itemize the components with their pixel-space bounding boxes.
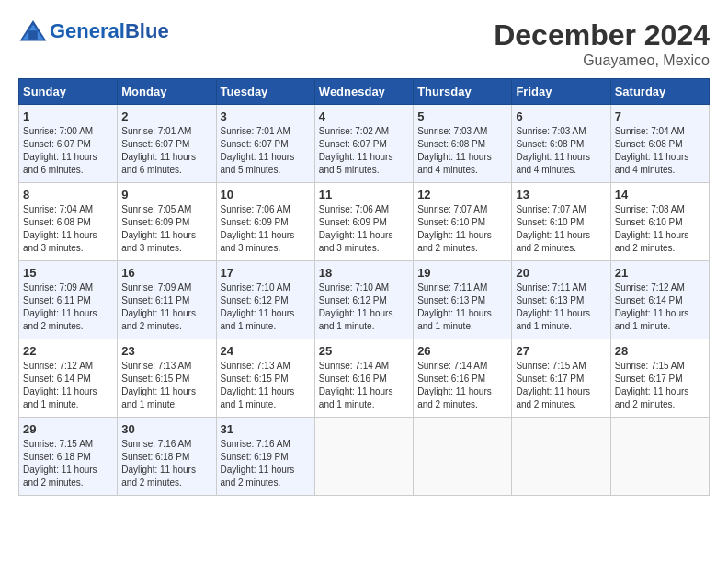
day-info: Sunrise: 7:14 AMSunset: 6:16 PMDaylight:…	[417, 360, 507, 411]
calendar-week-row: 8Sunrise: 7:04 AMSunset: 6:08 PMDaylight…	[19, 183, 710, 261]
day-info: Sunrise: 7:16 AMSunset: 6:19 PMDaylight:…	[221, 438, 311, 489]
day-info: Sunrise: 7:09 AMSunset: 6:11 PMDaylight:…	[121, 282, 211, 333]
calendar-cell	[610, 418, 709, 496]
svg-rect-2	[28, 30, 38, 40]
day-info: Sunrise: 7:07 AMSunset: 6:10 PMDaylight:…	[516, 203, 606, 255]
calendar-week-row: 29Sunrise: 7:15 AMSunset: 6:18 PMDayligh…	[19, 418, 710, 496]
day-number: 31	[221, 422, 311, 436]
day-info: Sunrise: 7:04 AMSunset: 6:08 PMDaylight:…	[615, 125, 705, 177]
calendar-cell: 7Sunrise: 7:04 AMSunset: 6:08 PMDaylight…	[610, 105, 709, 183]
calendar-cell	[512, 418, 610, 496]
calendar-cell: 24Sunrise: 7:13 AMSunset: 6:15 PMDayligh…	[216, 339, 314, 418]
calendar-header-row: Sunday Monday Tuesday Wednesday Thursday…	[19, 79, 710, 105]
day-number: 12	[417, 188, 507, 201]
calendar-cell: 25Sunrise: 7:14 AMSunset: 6:16 PMDayligh…	[314, 339, 413, 418]
day-number: 29	[23, 422, 113, 436]
calendar-cell: 6Sunrise: 7:03 AMSunset: 6:08 PMDaylight…	[512, 105, 610, 183]
calendar-cell: 28Sunrise: 7:15 AMSunset: 6:17 PMDayligh…	[610, 339, 709, 418]
day-number: 20	[516, 266, 606, 280]
day-info: Sunrise: 7:06 AMSunset: 6:09 PMDaylight:…	[221, 203, 311, 255]
day-info: Sunrise: 7:10 AMSunset: 6:12 PMDaylight:…	[221, 282, 311, 333]
logo-text: GeneralBlue	[50, 19, 169, 43]
day-info: Sunrise: 7:02 AMSunset: 6:07 PMDaylight:…	[319, 125, 409, 177]
calendar-week-row: 22Sunrise: 7:12 AMSunset: 6:14 PMDayligh…	[19, 339, 710, 418]
day-info: Sunrise: 7:11 AMSunset: 6:13 PMDaylight:…	[516, 282, 606, 333]
day-info: Sunrise: 7:14 AMSunset: 6:16 PMDaylight:…	[319, 360, 409, 411]
calendar-cell: 23Sunrise: 7:13 AMSunset: 6:15 PMDayligh…	[118, 339, 216, 418]
calendar-cell: 29Sunrise: 7:15 AMSunset: 6:18 PMDayligh…	[19, 418, 118, 496]
day-info: Sunrise: 7:11 AMSunset: 6:13 PMDaylight:…	[417, 282, 507, 333]
day-info: Sunrise: 7:08 AMSunset: 6:10 PMDaylight:…	[615, 203, 705, 255]
month-year: December 2024	[494, 18, 710, 52]
calendar-cell: 15Sunrise: 7:09 AMSunset: 6:11 PMDayligh…	[19, 261, 118, 339]
day-info: Sunrise: 7:12 AMSunset: 6:14 PMDaylight:…	[615, 282, 705, 333]
calendar-cell: 4Sunrise: 7:02 AMSunset: 6:07 PMDaylight…	[314, 105, 413, 183]
calendar-cell: 19Sunrise: 7:11 AMSunset: 6:13 PMDayligh…	[414, 261, 512, 339]
calendar-week-row: 15Sunrise: 7:09 AMSunset: 6:11 PMDayligh…	[19, 261, 710, 339]
calendar-cell: 5Sunrise: 7:03 AMSunset: 6:08 PMDaylight…	[414, 105, 512, 183]
day-info: Sunrise: 7:15 AMSunset: 6:18 PMDaylight:…	[23, 438, 113, 489]
calendar-cell: 10Sunrise: 7:06 AMSunset: 6:09 PMDayligh…	[216, 183, 314, 261]
day-number: 6	[516, 109, 606, 123]
day-number: 9	[121, 188, 211, 201]
day-info: Sunrise: 7:00 AMSunset: 6:07 PMDaylight:…	[23, 125, 113, 177]
day-info: Sunrise: 7:15 AMSunset: 6:17 PMDaylight:…	[516, 360, 606, 411]
calendar-cell: 9Sunrise: 7:05 AMSunset: 6:09 PMDaylight…	[118, 183, 216, 261]
day-number: 15	[23, 266, 113, 280]
day-info: Sunrise: 7:10 AMSunset: 6:12 PMDaylight:…	[319, 282, 409, 333]
calendar-cell: 16Sunrise: 7:09 AMSunset: 6:11 PMDayligh…	[118, 261, 216, 339]
page-header: GeneralBlue December 2024 Guayameo, Mexi…	[18, 18, 710, 69]
day-number: 7	[615, 109, 705, 123]
day-number: 18	[319, 266, 409, 280]
day-info: Sunrise: 7:12 AMSunset: 6:14 PMDaylight:…	[23, 360, 113, 411]
day-number: 26	[417, 344, 507, 358]
calendar-cell: 31Sunrise: 7:16 AMSunset: 6:19 PMDayligh…	[216, 418, 314, 496]
calendar-cell: 17Sunrise: 7:10 AMSunset: 6:12 PMDayligh…	[216, 261, 314, 339]
col-sunday: Sunday	[19, 79, 118, 105]
logo: GeneralBlue	[18, 18, 169, 44]
day-number: 16	[121, 266, 211, 280]
day-number: 4	[319, 109, 409, 123]
calendar-cell: 11Sunrise: 7:06 AMSunset: 6:09 PMDayligh…	[314, 183, 413, 261]
calendar-cell: 1Sunrise: 7:00 AMSunset: 6:07 PMDaylight…	[19, 105, 118, 183]
logo-icon	[18, 18, 48, 44]
calendar-cell: 14Sunrise: 7:08 AMSunset: 6:10 PMDayligh…	[610, 183, 709, 261]
day-number: 13	[516, 188, 606, 201]
calendar-cell	[414, 418, 512, 496]
day-info: Sunrise: 7:05 AMSunset: 6:09 PMDaylight:…	[121, 203, 211, 255]
day-number: 21	[615, 266, 705, 280]
calendar-cell	[314, 418, 413, 496]
calendar-cell: 3Sunrise: 7:01 AMSunset: 6:07 PMDaylight…	[216, 105, 314, 183]
calendar-cell: 2Sunrise: 7:01 AMSunset: 6:07 PMDaylight…	[118, 105, 216, 183]
day-number: 24	[221, 344, 311, 358]
calendar-cell: 26Sunrise: 7:14 AMSunset: 6:16 PMDayligh…	[414, 339, 512, 418]
calendar-cell: 27Sunrise: 7:15 AMSunset: 6:17 PMDayligh…	[512, 339, 610, 418]
calendar-cell: 12Sunrise: 7:07 AMSunset: 6:10 PMDayligh…	[414, 183, 512, 261]
day-number: 8	[23, 188, 113, 201]
day-info: Sunrise: 7:07 AMSunset: 6:10 PMDaylight:…	[417, 203, 507, 255]
day-number: 14	[615, 188, 705, 201]
day-number: 10	[221, 188, 311, 201]
day-info: Sunrise: 7:04 AMSunset: 6:08 PMDaylight:…	[23, 203, 113, 255]
col-thursday: Thursday	[414, 79, 512, 105]
day-number: 25	[319, 344, 409, 358]
day-number: 1	[23, 109, 113, 123]
day-number: 2	[121, 109, 211, 123]
day-number: 28	[615, 344, 705, 358]
calendar-cell: 8Sunrise: 7:04 AMSunset: 6:08 PMDaylight…	[19, 183, 118, 261]
day-info: Sunrise: 7:16 AMSunset: 6:18 PMDaylight:…	[121, 438, 211, 489]
col-wednesday: Wednesday	[314, 79, 413, 105]
day-info: Sunrise: 7:06 AMSunset: 6:09 PMDaylight:…	[319, 203, 409, 255]
calendar-cell: 30Sunrise: 7:16 AMSunset: 6:18 PMDayligh…	[118, 418, 216, 496]
day-number: 27	[516, 344, 606, 358]
col-monday: Monday	[118, 79, 216, 105]
calendar-cell: 21Sunrise: 7:12 AMSunset: 6:14 PMDayligh…	[610, 261, 709, 339]
calendar-cell: 22Sunrise: 7:12 AMSunset: 6:14 PMDayligh…	[19, 339, 118, 418]
col-friday: Friday	[512, 79, 610, 105]
calendar-week-row: 1Sunrise: 7:00 AMSunset: 6:07 PMDaylight…	[19, 105, 710, 183]
col-saturday: Saturday	[610, 79, 709, 105]
day-number: 3	[221, 109, 311, 123]
day-number: 19	[417, 266, 507, 280]
day-info: Sunrise: 7:01 AMSunset: 6:07 PMDaylight:…	[121, 125, 211, 177]
day-number: 22	[23, 344, 113, 358]
